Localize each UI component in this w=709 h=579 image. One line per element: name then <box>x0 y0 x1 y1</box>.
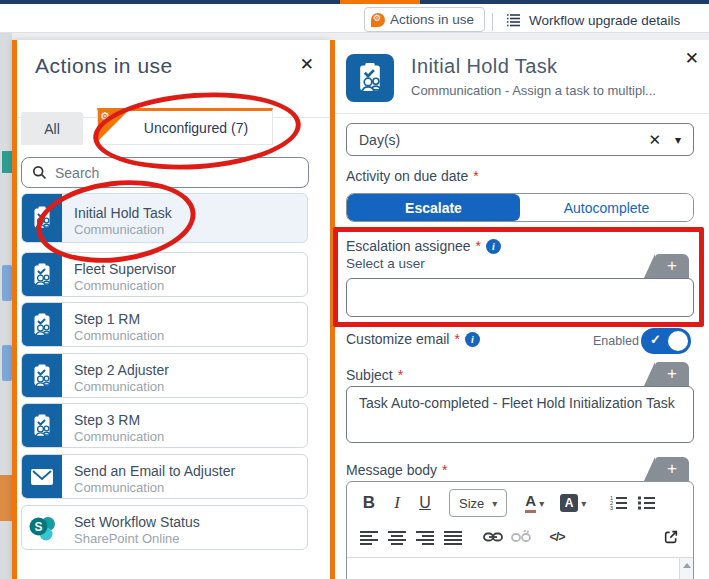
bold-button[interactable]: B <box>357 490 381 516</box>
action-item-title: Initial Hold Task <box>74 205 172 221</box>
header-divider <box>335 113 709 114</box>
clear-selection-icon[interactable]: ✕ <box>648 131 661 149</box>
task-icon <box>22 194 62 242</box>
chevron-down-icon: ▾ <box>492 498 497 509</box>
task-icon <box>22 303 62 346</box>
sharepoint-icon: S <box>22 506 62 549</box>
top-toolbar: ⚙ Actions in use Workflow upgrade detail… <box>0 4 709 33</box>
insert-link-icon[interactable] <box>481 524 505 550</box>
required-marker: * <box>454 331 459 347</box>
add-assignee-button[interactable]: + <box>655 254 689 278</box>
font-size-dropdown[interactable]: Size▾ <box>449 489 507 517</box>
autocomplete-option[interactable]: Autocomplete <box>520 194 693 221</box>
required-marker: * <box>442 462 447 478</box>
background-page-sliver <box>0 33 12 579</box>
action-item-title: Step 2 Adjuster <box>74 362 169 378</box>
text-color-button[interactable]: A▾ <box>525 493 544 513</box>
align-justify-icon[interactable] <box>441 524 465 550</box>
required-marker: * <box>476 238 481 254</box>
svg-text:3: 3 <box>610 505 613 511</box>
editor-toolbar-row-1: B I U Size▾ A▾ A▾ 123 <box>347 486 693 520</box>
tab-unconfigured-label: Unconfigured (7) <box>144 120 248 136</box>
task-icon <box>22 354 62 397</box>
add-body-token-button[interactable]: + <box>655 457 689 481</box>
action-item-subtitle: Communication <box>74 328 164 343</box>
actions-in-use-button[interactable]: ⚙ Actions in use <box>364 7 485 32</box>
action-item-subtitle: Communication <box>74 222 172 237</box>
escalation-assignee-label: Escalation assignee* i <box>346 238 501 254</box>
action-item-initial-hold-task[interactable]: Initial Hold TaskCommunication <box>21 193 308 243</box>
action-item-step-3-rm[interactable]: Step 3 RMCommunication <box>21 403 308 448</box>
config-panel-subtitle: Communication - Assign a task to multipl… <box>411 83 673 98</box>
required-marker: * <box>473 168 478 184</box>
search-icon <box>32 165 47 180</box>
required-marker: * <box>398 367 403 383</box>
action-item-subtitle: Communication <box>74 379 169 394</box>
task-icon <box>22 253 62 296</box>
action-item-title: Fleet Supervisor <box>74 261 176 277</box>
editor-toolbar-row-2: </> <box>347 520 693 554</box>
editor-scrollbar[interactable] <box>679 558 693 579</box>
action-item-subtitle: SharePoint Online <box>74 531 200 546</box>
chevron-down-icon: ▾ <box>581 498 586 509</box>
workflow-configuration-app: ⚙ Actions in use Workflow upgrade detail… <box>0 0 709 579</box>
search-box[interactable] <box>21 157 309 188</box>
underline-button[interactable]: U <box>413 490 437 516</box>
message-body-editor[interactable]: B I U Size▾ A▾ A▾ 123 <box>346 481 694 579</box>
chevron-down-icon: ▾ <box>539 498 544 509</box>
chevron-down-icon: ▾ <box>675 133 681 147</box>
align-left-icon[interactable] <box>357 524 381 550</box>
enabled-label: Enabled <box>593 334 639 348</box>
config-panel-title: Initial Hold Task <box>411 55 558 78</box>
numbered-list-icon[interactable]: 123 <box>606 490 630 516</box>
highlight-color-button[interactable]: A▾ <box>560 494 586 512</box>
toolbar-divider <box>492 13 493 31</box>
close-icon[interactable]: ✕ <box>300 56 314 73</box>
close-icon[interactable]: ✕ <box>685 50 699 67</box>
duration-unit-select[interactable]: Day(s) ✕ ▾ <box>346 123 694 156</box>
tab-all[interactable]: All <box>21 112 83 145</box>
select-a-user-label: Select a user <box>346 256 425 271</box>
assignee-input[interactable] <box>346 278 694 317</box>
info-icon[interactable]: i <box>486 239 501 254</box>
open-fullscreen-icon[interactable] <box>659 524 683 550</box>
action-item-fleet-supervisor[interactable]: Fleet SupervisorCommunication <box>21 252 308 297</box>
scroll-up-icon[interactable] <box>683 563 691 568</box>
message-body-label: Message body* <box>346 462 448 478</box>
customize-email-label: Customize email* i <box>346 331 480 347</box>
bullet-list-icon[interactable] <box>634 490 658 516</box>
panel-title: Actions in use <box>35 54 173 78</box>
toggle-knob <box>668 331 688 351</box>
info-icon[interactable]: i <box>465 332 480 347</box>
customize-email-toggle[interactable]: ✓ <box>641 328 691 354</box>
code-view-icon[interactable]: </> <box>545 524 569 550</box>
actions-in-use-button-label: Actions in use <box>390 12 474 27</box>
duration-unit-value: Day(s) <box>359 132 400 148</box>
action-item-step-2-adjuster[interactable]: Step 2 AdjusterCommunication <box>21 353 308 398</box>
email-icon <box>22 455 62 498</box>
align-right-icon[interactable] <box>413 524 437 550</box>
actions-in-use-panel: Actions in use ✕ All ⚙ Unconfigured (7) … <box>12 40 330 579</box>
search-input[interactable] <box>55 165 255 181</box>
workflow-upgrade-details-label: Workflow upgrade details <box>529 13 680 28</box>
action-item-subtitle: Communication <box>74 480 235 495</box>
subject-input[interactable]: Task Auto-completed - Fleet Hold Initial… <box>346 386 694 443</box>
action-item-title: Send an Email to Adjuster <box>74 463 235 479</box>
action-item-step-1-rm[interactable]: Step 1 RMCommunication <box>21 302 308 347</box>
unlink-icon[interactable] <box>509 524 533 550</box>
action-item-subtitle: Communication <box>74 429 164 444</box>
italic-button[interactable]: I <box>385 490 409 516</box>
task-icon <box>22 404 62 447</box>
task-icon-large <box>346 54 394 102</box>
tab-unconfigured[interactable]: ⚙ Unconfigured (7) <box>97 108 273 145</box>
action-config-panel: Initial Hold Task Communication - Assign… <box>330 40 709 579</box>
add-subject-token-button[interactable]: + <box>655 362 689 386</box>
action-item-title: Step 3 RM <box>74 412 164 428</box>
align-center-icon[interactable] <box>385 524 409 550</box>
activity-on-due-date-label: Activity on due date* <box>346 168 479 184</box>
escalate-option[interactable]: Escalate <box>347 194 520 221</box>
workflow-upgrade-details-link[interactable]: Workflow upgrade details <box>506 9 680 31</box>
action-item-send-email[interactable]: Send an Email to AdjusterCommunication <box>21 454 308 499</box>
message-body-text-area[interactable] <box>347 558 693 579</box>
action-item-set-workflow-status[interactable]: S Set Workflow StatusSharePoint Online <box>21 505 308 550</box>
